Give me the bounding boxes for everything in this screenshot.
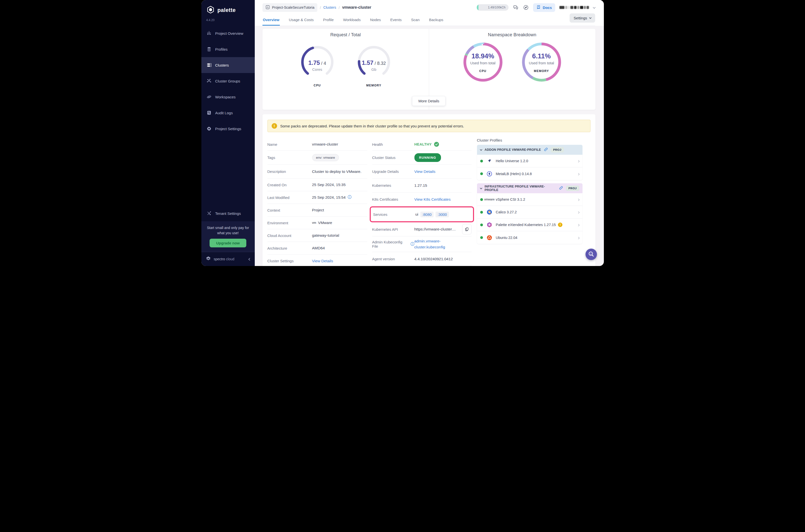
pack-status-dot <box>480 198 483 201</box>
view-k8s-certificates-link[interactable]: View K8s Certificates <box>415 197 451 202</box>
sidebar-item-label: Tenant Settings <box>215 211 241 215</box>
addon-profile-header[interactable]: ADDON PROFILE VMWARE-PROFILE PROJ <box>477 145 582 155</box>
sidebar-item-label: Audit Logs <box>215 111 233 115</box>
profile-pack-metallb[interactable]: MetalLB (Helm) 0.14.8 <box>477 167 582 180</box>
chat-button[interactable] <box>513 4 519 11</box>
sidebar-item-profiles[interactable]: Profiles <box>202 41 255 57</box>
sidebar-item-audit-logs[interactable]: Audit Logs <box>202 105 255 121</box>
service-port-8080-link[interactable]: :8080 <box>420 212 434 217</box>
user-menu-redacted[interactable] <box>559 6 589 9</box>
tab-profile[interactable]: Profile <box>323 18 334 25</box>
info-icon[interactable] <box>348 195 351 200</box>
profile-pack-calico[interactable]: Calico 3.27.2 <box>477 206 582 218</box>
upgrade-view-details-link[interactable]: View Details <box>415 169 436 174</box>
tools-icon <box>206 211 212 216</box>
chevron-right-icon <box>578 210 579 214</box>
settings-button[interactable]: Settings <box>570 14 595 23</box>
tab-overview[interactable]: Overview <box>263 18 280 25</box>
tab-events[interactable]: Events <box>390 18 402 25</box>
cluster-settings-view-details-link[interactable]: View Details <box>312 259 333 263</box>
sidebar-item-project-settings[interactable]: Project Settings <box>202 121 255 137</box>
compass-button[interactable] <box>523 4 529 11</box>
memory-gauge: 1.57/ 8.32 Gb MEMORY <box>355 43 392 87</box>
upgrade-promo: Start small and only pay for what you us… <box>202 221 255 252</box>
brand-name: palette <box>217 7 236 14</box>
breadcrumb-clusters-link[interactable]: Clusters <box>323 5 336 10</box>
cluster-profiles-panel: Cluster Profiles ADDON PROFILE VMWARE-PR… <box>477 138 582 247</box>
book-icon <box>536 5 541 10</box>
upgrade-promo-text: Start small and only pay for what you us… <box>205 225 251 235</box>
sidebar-item-label: Project Settings <box>215 127 241 131</box>
sidebar-item-clusters[interactable]: Clusters <box>202 57 255 73</box>
tag-pill: env: vmware <box>312 154 339 161</box>
metallb-icon <box>486 171 493 177</box>
hello-universe-icon <box>486 158 493 164</box>
memory-unit: Gb <box>371 67 376 72</box>
chevron-right-icon <box>578 159 579 163</box>
deprecation-warning-banner: ! Some packs are deprecated. Please upda… <box>267 120 591 132</box>
request-total-title: Request / Total <box>263 32 429 38</box>
settings-label: Settings <box>574 16 587 20</box>
details-left-column: Name vmware-cluster Tags env: vmware Des… <box>267 138 367 266</box>
palette-kubernetes-icon <box>486 222 493 228</box>
project-chart-icon <box>265 5 270 10</box>
chevron-down-icon <box>589 16 592 19</box>
search-smile-icon <box>588 251 595 258</box>
profile-pack-palette-kubernetes[interactable]: Palette eXtended Kubernetes 1.27.15! <box>477 218 582 231</box>
usage-meter: 1.49/100kCh <box>477 4 509 11</box>
cluster-details-card: ! Some packs are deprecated. Please upda… <box>263 114 595 266</box>
sidebar: palette 4.4.20 Project Overview Profiles… <box>202 0 255 266</box>
admin-kubeconfig-link[interactable]: admin.vmware-cluster.kubeconfig <box>415 238 452 250</box>
chevron-right-icon <box>578 235 579 240</box>
sidebar-item-tenant-settings[interactable]: Tenant Settings <box>202 205 255 221</box>
pack-status-dot <box>480 172 483 175</box>
vmware-logo: vmware <box>486 198 493 201</box>
cluster-profiles-title: Cluster Profiles <box>477 138 582 142</box>
infrastructure-profile-header[interactable]: INFRASTRUCTURE PROFILE VMWARE-PROFILE PR… <box>477 183 582 193</box>
tab-bar: Overview Usage & Costs Profile Workloads… <box>263 14 595 26</box>
detail-row-architecture: Architecture AMD64 <box>267 242 367 254</box>
memory-request-value: 1.57 <box>362 59 373 66</box>
orbit-icon <box>206 94 212 100</box>
tab-usage-costs[interactable]: Usage & Costs <box>288 18 314 25</box>
copy-button[interactable] <box>462 224 472 234</box>
upgrade-now-button[interactable]: Upgrade now <box>210 239 246 247</box>
sidebar-item-workspaces[interactable]: Workspaces <box>202 89 255 105</box>
tab-scan[interactable]: Scan <box>411 18 420 25</box>
sidebar-footer: spectro cloud <box>202 252 255 266</box>
help-search-fab[interactable] <box>586 249 597 260</box>
tab-workloads[interactable]: Workloads <box>343 18 361 25</box>
cpu-total-value: / 4 <box>321 61 326 66</box>
more-details-button[interactable]: More Details <box>412 96 445 106</box>
namespace-memory-donut: 6.11% Used from total MEMORY <box>520 41 563 84</box>
chevron-down-icon <box>480 187 482 189</box>
cpu-gauge: 1.75/ 4 Cores CPU <box>299 43 336 87</box>
pack-status-dot <box>480 236 483 239</box>
docs-button[interactable]: Docs <box>533 3 555 12</box>
detail-row-cluster-status: Cluster Status RUNNING <box>372 151 472 165</box>
scope-badge: PROJ <box>566 186 579 191</box>
info-icon[interactable] <box>410 242 415 247</box>
sidebar-collapse-button[interactable] <box>249 257 251 261</box>
service-port-3000-link[interactable]: :3000 <box>436 212 449 217</box>
project-selector[interactable]: Project-ScaleSecureTutoria <box>263 3 318 12</box>
user-menu-chevron-icon[interactable] <box>593 5 595 10</box>
sidebar-item-label: Profiles <box>215 47 228 52</box>
link-icon <box>544 147 548 152</box>
tab-backups[interactable]: Backups <box>428 18 444 25</box>
cpu-unit: Cores <box>312 67 322 72</box>
audit-search-icon <box>206 110 212 115</box>
warning-icon: ! <box>272 123 277 129</box>
profile-pack-hello-universe[interactable]: Hello Universe 1.2.0 <box>477 155 582 167</box>
tab-nodes[interactable]: Nodes <box>369 18 381 25</box>
app-window: palette 4.4.20 Project Overview Profiles… <box>202 0 604 266</box>
sidebar-item-cluster-groups[interactable]: Cluster Groups <box>202 73 255 89</box>
scope-badge: PROJ <box>551 147 564 152</box>
detail-row-tags: Tags env: vmware <box>267 151 367 165</box>
profile-pack-vsphere-csi[interactable]: vmware vSphere CSI 3.1.2 <box>477 193 582 206</box>
ubuntu-icon <box>486 235 493 241</box>
vmware-logo: vm <box>312 221 316 225</box>
detail-row-created: Created On 25 Sep 2024, 15:35 <box>267 178 367 191</box>
profile-pack-ubuntu[interactable]: Ubuntu 22.04 <box>477 231 582 244</box>
sidebar-item-project-overview[interactable]: Project Overview <box>202 25 255 41</box>
